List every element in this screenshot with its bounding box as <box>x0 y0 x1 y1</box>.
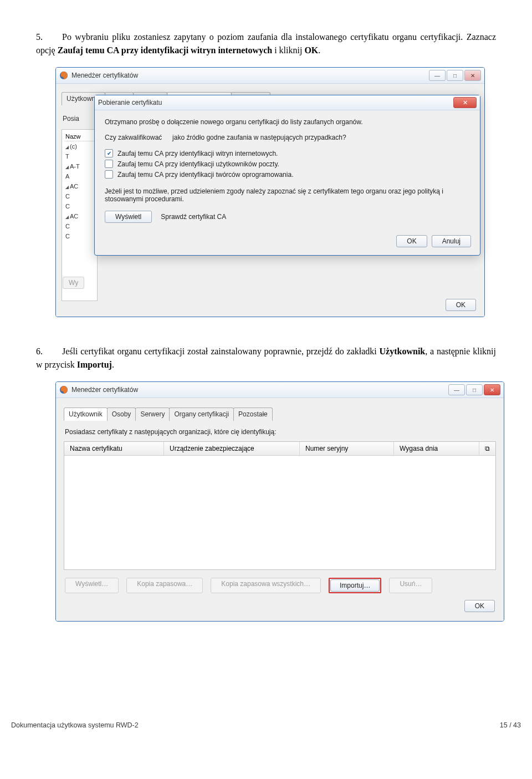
screenshot-cert-manager-with-dialog: Menedżer certyfikatów — □ ✕ Użytkownik O… <box>55 67 485 317</box>
col-expires[interactable]: Wygasa dnia <box>394 442 479 455</box>
footer-page-number: 15 / 43 <box>500 721 521 729</box>
dialog-ok-button[interactable]: OK <box>396 235 427 247</box>
maximize-button[interactable]: □ <box>447 70 463 81</box>
cert-manager-ok-button[interactable]: OK <box>446 299 476 311</box>
delete-button: Usuń… <box>389 578 432 593</box>
download-cert-dialog: Pobieranie certyfikatu ✕ Otrzymano prośb… <box>94 95 480 256</box>
window-controls: — □ ✕ <box>429 70 481 81</box>
backup-all-button: Kopia zapasowa wszystkich… <box>211 578 321 593</box>
col-serial-number[interactable]: Numer seryjny <box>300 442 394 455</box>
wy-button-fragment: Wy <box>63 277 84 289</box>
firefox-icon <box>59 385 68 394</box>
backup-button: Kopia zapasowa… <box>126 578 203 593</box>
dialog-line1: Otrzymano prośbę o dołączenie nowego org… <box>105 118 470 126</box>
checkbox-row-websites[interactable]: Zaufaj temu CA przy identyfikacji witryn… <box>105 149 470 157</box>
tab-osoby[interactable]: Osoby <box>107 408 136 421</box>
checkbox-email[interactable] <box>105 160 113 168</box>
tab-organy-certyfikacji[interactable]: Organy certyfikacji <box>169 408 234 421</box>
footer-doc-title: Dokumentacja użytkowa systemu RWD-2 <box>11 721 139 729</box>
tab-serwery[interactable]: Serwery <box>135 408 170 421</box>
list-item[interactable]: C <box>64 221 95 231</box>
dialog-titlebar: Pobieranie certyfikatu ✕ <box>95 95 480 110</box>
dialog-title: Pobieranie certyfikatu <box>98 99 453 106</box>
cert-manager-title: Menedżer certyfikatów <box>71 72 429 79</box>
cert-manager-tabs-2: Użytkownik Osoby Serwery Organy certyfik… <box>64 407 496 420</box>
user-cert-table-header: Nazwa certyfikatu Urządzenie zabezpiecza… <box>64 442 495 456</box>
checkbox-email-label: Zaufaj temu CA przy identyfikacji użytko… <box>117 160 279 168</box>
maximize-button[interactable]: □ <box>466 384 483 395</box>
list-item[interactable]: A-T <box>64 161 95 171</box>
cert-list-fragment: Nazw (c) T A-T A AC C C AC C C <box>62 129 98 301</box>
dialog-close-button[interactable]: ✕ <box>453 97 477 108</box>
user-tab-info-text: Posiadasz certyfikaty z następujących or… <box>65 428 495 436</box>
view-button: Wyświetl… <box>65 578 119 593</box>
list-item[interactable]: T <box>64 151 95 161</box>
window-controls-2: — □ ✕ <box>448 384 500 395</box>
user-cert-table: Nazwa certyfikatu Urządzenie zabezpiecza… <box>64 441 496 570</box>
minimize-button[interactable]: — <box>448 384 465 395</box>
checkbox-row-email[interactable]: Zaufaj temu CA przy identyfikacji użytko… <box>105 160 470 168</box>
import-button-highlight: Importuj… <box>329 578 381 593</box>
checkbox-websites[interactable] <box>105 149 113 157</box>
cert-manager-ok-button-2[interactable]: OK <box>464 600 495 612</box>
column-picker-icon[interactable]: ⧉ <box>479 442 495 455</box>
dialog-cancel-button[interactable]: Anuluj <box>432 235 471 247</box>
list-item[interactable]: AC <box>64 211 95 221</box>
list-item[interactable]: (c) <box>64 141 95 151</box>
step5-paragraph: 5.Po wybraniu pliku zostaniesz zapytany … <box>36 30 496 57</box>
step6-number: 6. <box>36 347 62 356</box>
col-cert-name[interactable]: Nazwa certyfikatu <box>64 442 164 455</box>
tab-uzytkownik[interactable]: Użytkownik <box>64 408 108 421</box>
list-item[interactable]: A <box>64 171 95 181</box>
step5-number: 5. <box>36 32 62 42</box>
page-footer: Dokumentacja użytkowa systemu RWD-2 15 /… <box>0 721 532 740</box>
list-item[interactable]: AC <box>64 181 95 191</box>
import-button[interactable]: Importuj… <box>330 579 380 592</box>
checkbox-row-software[interactable]: Zaufaj temu CA przy identyfikacji twórcó… <box>105 170 470 179</box>
firefox-icon <box>59 71 68 80</box>
user-tab-button-bar: Wyświetl… Kopia zapasowa… Kopia zapasowa… <box>64 578 496 593</box>
view-cert-button[interactable]: Wyświetl <box>105 211 152 223</box>
cert-manager-titlebar: Menedżer certyfikatów — □ ✕ <box>56 68 484 84</box>
col-security-device[interactable]: Urządzenie zabezpieczające <box>164 442 300 455</box>
close-button[interactable]: ✕ <box>464 70 481 81</box>
cert-manager-title-2: Menedżer certyfikatów <box>71 386 448 394</box>
checkbox-software-label: Zaufaj temu CA przy identyfikacji twórcó… <box>117 171 293 179</box>
dialog-note: Jeżeli jest to możliwe, przed udzielenie… <box>105 187 470 203</box>
close-button[interactable]: ✕ <box>484 384 500 395</box>
cert-manager-titlebar-2: Menedżer certyfikatów — □ ✕ <box>56 382 504 398</box>
checkbox-websites-label: Zaufaj temu CA przy identyfikacji witryn… <box>117 150 278 157</box>
cert-manager-window-2: Menedżer certyfikatów — □ ✕ Użytkownik O… <box>55 381 504 622</box>
verify-ca-label: Sprawdź certyfikat CA <box>161 213 226 221</box>
tab-pozostale[interactable]: Pozostałe <box>233 408 273 421</box>
list-item[interactable]: C <box>64 191 95 201</box>
list-header-nazwa: Nazw <box>64 132 95 141</box>
list-item[interactable]: C <box>64 231 95 241</box>
checkbox-software[interactable] <box>105 170 113 179</box>
minimize-button[interactable]: — <box>429 70 446 81</box>
dialog-line2: Czy zakwalifikować jako źródło godne zau… <box>105 134 470 141</box>
screenshot-cert-manager-user-tab: Menedżer certyfikatów — □ ✕ Użytkownik O… <box>55 381 504 622</box>
step6-paragraph: 6.Jeśli certyfikat organu certyfikacji z… <box>36 345 496 371</box>
list-item[interactable]: C <box>64 201 95 211</box>
